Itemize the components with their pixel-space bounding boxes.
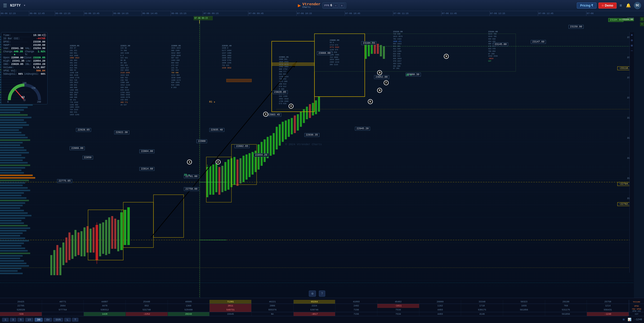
time-label-7: 07-06 09:15: [204, 12, 218, 15]
vol-cell-14: 25758: [587, 300, 629, 304]
low-value: 22854.20: [33, 60, 45, 62]
fit-icon[interactable]: ↔: [631, 49, 633, 53]
svg-rect-203: [272, 63, 314, 66]
svg-rect-205: [365, 44, 367, 59]
ib-label-1: IB ★: [184, 173, 190, 176]
tab-gvn[interactable]: GVN: [53, 318, 63, 322]
info-panel: × Time: 15:30:00 IO Bar COI: -44768 DPOC…: [1, 32, 48, 104]
svg-rect-105: [0, 232, 23, 234]
vol-cell-10: 26089: [419, 300, 461, 304]
zoom-icon[interactable]: ⊞: [631, 44, 633, 48]
svg-rect-94: [0, 205, 23, 206]
vol-cell-1: 40771: [42, 300, 84, 304]
price-22935: 22935.40: [209, 128, 224, 132]
tab-30[interactable]: 30: [34, 318, 43, 322]
delta-4: 20243: [168, 312, 210, 316]
delta-0: -536: [0, 312, 42, 316]
svg-rect-164: [243, 156, 245, 182]
crosshair-btn[interactable]: ⊕: [309, 291, 316, 297]
svg-rect-114: [0, 255, 23, 257]
bottom-panel: 26425 40771 44887 25440 40905 71301 4622…: [0, 298, 644, 323]
svg-rect-88: [0, 190, 30, 191]
ib-marker-1: IB ★: [184, 173, 190, 176]
svg-rect-70: [0, 144, 20, 146]
tab-l[interactable]: L: [64, 318, 71, 322]
svg-text:150: 150: [31, 87, 35, 89]
tab-5[interactable]: 5: [17, 318, 24, 322]
price-22922: 22922.30: [114, 131, 129, 134]
right-panel: ⊕ ⚙ ⊞ ↔: [629, 32, 634, 273]
svg-rect-129: [71, 235, 73, 259]
svg-rect-97: [0, 212, 28, 214]
ib-marker-2: IB ★: [406, 73, 412, 76]
pricing-button[interactable]: Pricing ₹: [577, 3, 596, 9]
time-tick-9: 07-06 10:15: [296, 11, 312, 16]
d2-cell-2: 4478: [84, 304, 126, 308]
tab-3[interactable]: 3: [10, 318, 17, 322]
io-bar-row: IO Bar COI: -44768: [3, 37, 45, 40]
vah-row: VAH: 23341.30 VAL: 23254.90: [3, 47, 45, 50]
delta-row: -536 1428 -2252 20243 15645 NA -4817 715…: [0, 312, 644, 316]
info-panel-close-btn[interactable]: ×: [43, 33, 46, 37]
vol-cell-8: 41093: [335, 300, 377, 304]
ppr-minus-btn[interactable]: −: [333, 3, 338, 8]
svg-rect-144: [111, 216, 113, 249]
close-value: 23339.85: [33, 56, 45, 59]
svg-rect-128: [68, 232, 70, 260]
time-tick-15: 07-06: [586, 11, 594, 16]
vol-cell-11: 33348: [461, 300, 503, 304]
hamburger-icon[interactable]: ☰: [3, 3, 7, 8]
ticker-dropdown[interactable]: ▾: [24, 4, 25, 7]
vwap-row: VWAP: 23158.60: [3, 44, 45, 47]
help-btn[interactable]: ?: [319, 291, 325, 297]
change-pct-label: Change %:: [25, 50, 38, 56]
gauge-svg: 0 100 150 200 92: [4, 77, 45, 103]
svg-rect-161: [233, 157, 235, 185]
tab-15[interactable]: 15: [25, 318, 33, 322]
price-22814: 22814.60: [139, 167, 154, 171]
svg-rect-80: [0, 170, 21, 171]
svg-rect-95: [0, 207, 20, 209]
svg-rect-158: [224, 162, 226, 191]
svg-rect-125: [59, 248, 61, 275]
tab-t[interactable]: T: [72, 318, 79, 322]
of-column-4: 22935.40 1539 05177 84941217 13982041 18…: [222, 44, 231, 69]
price-22945: 22945.20: [355, 127, 370, 131]
low-label: Low:: [26, 60, 32, 62]
svg-rect-147: [120, 212, 123, 250]
d3-cell-5: 549731: [210, 308, 252, 312]
crosshair-icon[interactable]: ⊕: [631, 33, 633, 37]
of-column-5: 22983.45 1688 6011818 24153379 40761463 …: [279, 56, 289, 105]
svg-rect-75: [0, 157, 25, 158]
open-label: Open:: [3, 56, 11, 59]
tab-gv[interactable]: GV: [44, 318, 52, 322]
settings-chart-icon[interactable]: ⚙: [631, 38, 633, 42]
delta-11: 4146: [461, 312, 503, 316]
time-label-4: 06-06 14:15: [113, 12, 128, 15]
avatar-btn[interactable]: SC: [634, 2, 641, 9]
svg-rect-79: [0, 167, 25, 169]
svg-rect-165: [246, 154, 248, 180]
delta-8: 7156: [335, 312, 377, 316]
d3-cell-4: 529488: [168, 308, 210, 312]
price-22750: 22750.00: [184, 187, 199, 191]
dpoc-value: 23330.00: [33, 41, 45, 43]
time-tick-3: 06-06 13:45: [84, 11, 99, 16]
demo-button[interactable]: Demo: [598, 3, 616, 9]
chart-icon[interactable]: 📊: [628, 318, 631, 321]
svg-rect-72: [0, 149, 26, 151]
notif-icon-btn[interactable]: 🔔: [625, 2, 632, 9]
menu-icon-btn[interactable]: ≡: [619, 2, 623, 9]
time-tick-8: 07-06 09:45: [248, 11, 264, 16]
svg-rect-112: [0, 250, 28, 252]
right-icon-2[interactable]: ≡: [640, 22, 644, 26]
expand-icon[interactable]: ⊞: [623, 318, 625, 321]
tab-1[interactable]: 1: [2, 318, 9, 322]
price-axis-current: 23184.00: [622, 18, 634, 21]
svg-rect-180: [291, 118, 293, 134]
time-label-2: 06-06 13:15: [56, 12, 70, 15]
right-icon-1[interactable]: ☰: [640, 17, 644, 21]
delta-14: -1240: [587, 312, 629, 316]
ppr-plus-btn[interactable]: +: [339, 3, 344, 8]
price-23147: 23147.60: [531, 40, 546, 44]
